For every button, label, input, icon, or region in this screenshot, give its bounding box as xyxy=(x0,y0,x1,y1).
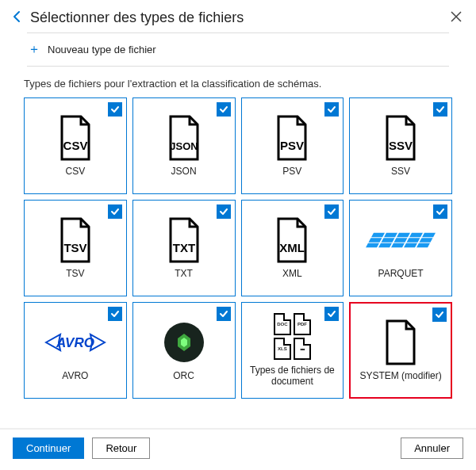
checkmark-icon xyxy=(433,204,447,219)
file-type-icon xyxy=(382,319,419,365)
file-type-icon: DOCPDF XLS xyxy=(274,314,311,360)
file-type-label: TSV xyxy=(63,268,87,279)
svg-text:CSV: CSV xyxy=(63,139,87,152)
checkmark-icon xyxy=(108,204,122,219)
file-type-label: SYSTEM (modifier) xyxy=(356,370,444,381)
file-type-tile[interactable]: PARQUET xyxy=(349,200,452,296)
checkmark-icon xyxy=(217,204,231,219)
checkmark-icon xyxy=(324,204,339,219)
checkmark-icon xyxy=(433,102,447,117)
file-type-icon: CSV xyxy=(57,115,94,161)
file-type-tile[interactable]: ORC xyxy=(132,302,236,399)
svg-text:TXT: TXT xyxy=(172,241,194,254)
file-type-tile[interactable]: SSV SSV xyxy=(349,97,452,194)
file-type-label: SSV xyxy=(388,166,413,177)
file-type-icon: PSV xyxy=(274,115,310,161)
file-type-label: JSON xyxy=(168,166,200,177)
plus-icon: ＋ xyxy=(27,41,41,58)
file-type-icon: XML xyxy=(274,217,310,263)
file-type-icon: TSV xyxy=(57,217,94,263)
checkmark-icon xyxy=(108,307,122,321)
svg-text:XML: XML xyxy=(280,241,305,254)
file-type-tile[interactable]: CSV CSV xyxy=(24,97,127,194)
new-file-type-label: Nouveau type de fichier xyxy=(48,44,156,55)
file-type-tile[interactable]: TXT TXT xyxy=(132,200,236,296)
avro-icon: AVRO xyxy=(44,327,106,358)
orc-icon xyxy=(164,323,204,362)
continue-button[interactable]: Continuer xyxy=(13,438,84,459)
file-type-label: ORC xyxy=(170,370,198,381)
file-type-tile[interactable]: DOCPDF XLS Types de fichiers de document xyxy=(241,302,344,399)
file-type-tile[interactable]: SYSTEM (modifier) xyxy=(349,302,452,399)
new-file-type-button[interactable]: ＋ Nouveau type de fichier xyxy=(27,32,449,67)
back-button[interactable]: Retour xyxy=(92,438,150,459)
file-type-label: PSV xyxy=(279,166,305,177)
checkmark-icon xyxy=(108,102,122,117)
file-type-icon xyxy=(370,217,432,263)
checkmark-icon xyxy=(432,308,447,322)
document-types-icon: DOCPDF XLS xyxy=(274,313,311,360)
svg-text:JSON: JSON xyxy=(170,140,198,152)
svg-text:TSV: TSV xyxy=(63,241,86,254)
cancel-button[interactable]: Annuler xyxy=(401,438,463,459)
file-type-tile[interactable]: XML XML xyxy=(241,200,344,296)
file-type-label: AVRO xyxy=(59,370,91,381)
checkmark-icon xyxy=(324,307,339,321)
file-type-label: Types de fichiers de document xyxy=(242,365,344,388)
file-type-label: PARQUET xyxy=(375,268,427,279)
checkmark-icon xyxy=(324,102,339,117)
file-type-tile[interactable]: PSV PSV xyxy=(241,97,344,194)
file-type-label: CSV xyxy=(63,166,89,177)
file-type-icon: TXT xyxy=(166,217,202,263)
file-type-label: XML xyxy=(279,268,305,279)
checkmark-icon xyxy=(217,102,231,117)
close-icon[interactable] xyxy=(447,10,465,26)
svg-text:SSV: SSV xyxy=(389,139,413,152)
svg-text:PSV: PSV xyxy=(280,139,304,152)
file-type-icon xyxy=(164,319,204,365)
checkmark-icon xyxy=(217,307,231,321)
file-type-label: TXT xyxy=(171,268,196,279)
file-type-icon: SSV xyxy=(382,115,419,161)
file-type-tile[interactable]: AVRO AVRO xyxy=(24,302,127,399)
parquet-icon xyxy=(366,232,436,247)
file-type-icon: JSON xyxy=(166,115,202,161)
file-type-tile[interactable]: TSV TSV xyxy=(24,200,127,296)
file-type-icon: AVRO xyxy=(44,319,106,365)
page-title: Sélectionner des types de fichiers xyxy=(30,10,447,26)
svg-text:AVRO: AVRO xyxy=(56,335,94,350)
back-arrow-icon[interactable] xyxy=(11,10,24,25)
file-type-grid: CSV CSV JSON JSON PSV PSV SSV SSV TSV TS… xyxy=(0,97,476,399)
subtitle: Types de fichiers pour l'extraction et l… xyxy=(0,67,476,97)
file-type-tile[interactable]: JSON JSON xyxy=(132,97,236,194)
